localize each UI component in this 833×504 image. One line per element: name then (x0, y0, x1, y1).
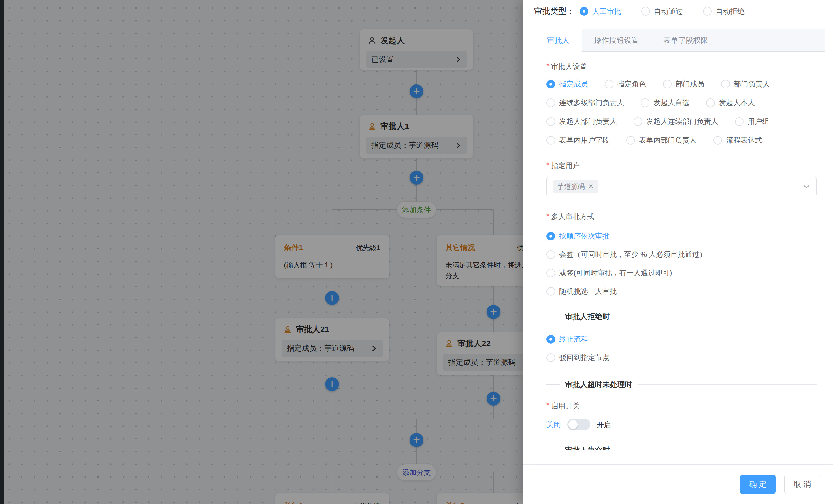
approver-option-member[interactable]: 指定成员 (547, 79, 588, 89)
reject-section-title: 审批人拒绝时 (565, 311, 610, 322)
approve-type-option-auto-reject[interactable]: 自动拒绝 (703, 7, 744, 16)
empty-approver-section-divider: 审批人为空时 (547, 445, 816, 450)
tab-approver[interactable]: 审批人 (535, 29, 582, 52)
radio-selected-icon (547, 232, 555, 241)
config-tabs: 审批人 操作按钮设置 表单字段权限 审批人设置 指定成员 指定角色 (535, 29, 825, 464)
multi-mode-option-random[interactable]: 随机挑选一人审批 (547, 286, 816, 296)
empty-approver-section-title: 审批人为空时 (565, 445, 610, 450)
node-config-drawer: 审批类型： 人工审批 自动通过 自动拒绝 审批人 操作按钮设置 表单字段权限 (523, 0, 833, 504)
tag-close-icon[interactable]: ✕ (588, 183, 593, 190)
tab-form-field-permission[interactable]: 表单字段权限 (651, 29, 720, 52)
approver-setting-label: 审批人设置 (547, 61, 816, 71)
multi-mode-option-countersign[interactable]: 会签（可同时审批，至少 % 人必须审批通过） (547, 250, 816, 259)
tab-action-buttons[interactable]: 操作按钮设置 (582, 29, 651, 52)
radio-icon (706, 99, 715, 107)
user-tag: 芋道源码 ✕ (552, 180, 598, 193)
approver-option-starter-self[interactable]: 发起人本人 (706, 98, 755, 107)
radio-icon (547, 117, 555, 126)
radio-icon (626, 136, 635, 145)
approver-option-form-dept-leader[interactable]: 表单内部门负责人 (626, 135, 697, 145)
switch-off-label: 关闭 (547, 420, 561, 429)
approve-type-option-manual[interactable]: 人工审批 (580, 7, 621, 16)
switch-on-label: 开启 (597, 420, 611, 429)
approve-type-label: 审批类型： (534, 6, 574, 17)
multi-mode-option-sequential[interactable]: 按顺序依次审批 (547, 231, 816, 241)
radio-icon (634, 117, 642, 126)
timeout-section-divider: 审批人超时未处理时 (547, 380, 816, 390)
reject-option-return-node[interactable]: 驳回到指定节点 (547, 353, 816, 362)
chevron-down-icon (803, 183, 810, 191)
approver-option-dept-leader[interactable]: 部门负责人 (721, 79, 770, 89)
radio-icon (547, 353, 555, 362)
approver-option-multi-level-dept-leader[interactable]: 连续多级部门负责人 (547, 98, 624, 107)
radio-icon (605, 80, 613, 89)
approver-option-role[interactable]: 指定角色 (605, 79, 646, 89)
user-tag-label: 芋道源码 (557, 182, 585, 191)
radio-icon (641, 99, 649, 107)
approver-option-starter-select[interactable]: 发起人自选 (641, 98, 689, 107)
approver-option-user-group[interactable]: 用户组 (735, 117, 769, 126)
radio-icon (713, 136, 722, 145)
approve-type-option-auto-pass[interactable]: 自动通过 (641, 7, 683, 16)
radio-icon (703, 7, 712, 16)
workflow-designer: 发起人 已设置 + 审批人1 指定成员：芋道源码 (0, 0, 833, 504)
approver-option-dept-member[interactable]: 部门成员 (663, 79, 705, 89)
reject-option-terminate[interactable]: 终止流程 (547, 334, 816, 344)
approver-option-form-user-field[interactable]: 表单内用户字段 (547, 135, 610, 145)
enable-switch-label: 启用开关 (547, 401, 816, 411)
drawer-footer: 确 定 取 消 (523, 464, 833, 504)
radio-icon (547, 99, 555, 107)
radio-icon (735, 117, 744, 126)
assigned-user-select[interactable]: 芋道源码 ✕ (547, 177, 816, 196)
tab-bar: 审批人 操作按钮设置 表单字段权限 (535, 29, 825, 52)
approver-option-starter-multi-dept-leader[interactable]: 发起人连续部门负责人 (634, 117, 718, 126)
multi-mode-label: 多人审批方式 (547, 212, 816, 222)
radio-icon (547, 287, 555, 296)
timeout-section-title: 审批人超时未处理时 (565, 380, 633, 390)
cancel-button[interactable]: 取 消 (784, 475, 820, 494)
radio-selected-icon (547, 335, 555, 344)
radio-icon (547, 250, 555, 259)
tab-content: 审批人设置 指定成员 指定角色 部门成员 (535, 52, 825, 450)
assigned-user-label: 指定用户 (547, 161, 816, 171)
enable-toggle[interactable] (567, 419, 590, 430)
radio-selected-icon (547, 80, 555, 89)
radio-selected-icon (580, 7, 588, 16)
radio-icon (663, 80, 672, 89)
approver-option-starter-dept-leader[interactable]: 发起人部门负责人 (547, 117, 617, 126)
reject-section-divider: 审批人拒绝时 (547, 311, 816, 322)
radio-icon (547, 269, 555, 277)
approver-option-flow-expression[interactable]: 流程表达式 (713, 135, 762, 145)
radio-icon (547, 136, 555, 145)
multi-mode-option-orsign[interactable]: 或签(可同时审批，有一人通过即可) (547, 268, 816, 278)
approve-type-row: 审批类型： 人工审批 自动通过 自动拒绝 (534, 6, 744, 17)
radio-icon (721, 80, 730, 89)
radio-icon (641, 7, 650, 16)
enable-switch-row: 关闭 开启 (547, 419, 816, 430)
confirm-button[interactable]: 确 定 (740, 475, 776, 494)
